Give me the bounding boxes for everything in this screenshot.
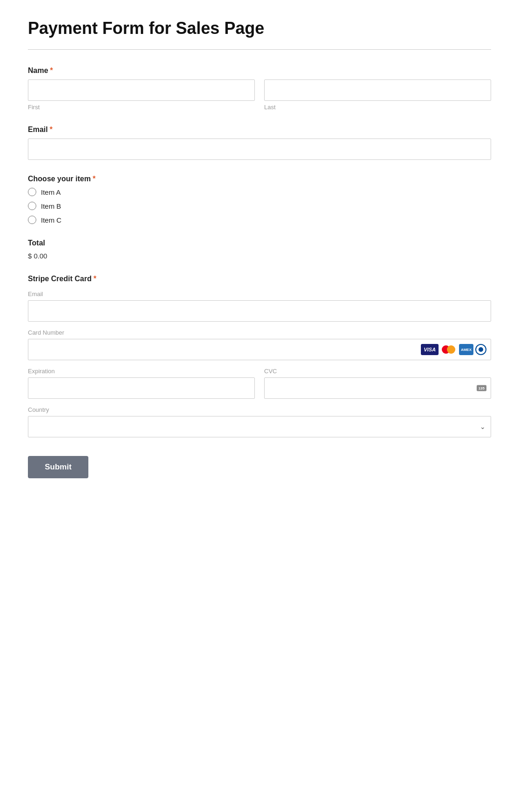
stripe-section: Stripe Credit Card * Email Card Number V… — [28, 275, 491, 437]
radio-item-a[interactable]: Item A — [28, 188, 491, 196]
first-name-group: First — [28, 79, 255, 111]
name-section: Name * First Last — [28, 66, 491, 111]
last-name-group: Last — [264, 79, 491, 111]
card-number-group: Card Number VISA AMEX — [28, 329, 491, 360]
radio-input-a[interactable] — [28, 188, 36, 196]
radio-label-a: Item A — [41, 188, 61, 196]
stripe-label: Stripe Credit Card * — [28, 275, 491, 283]
name-label: Name * — [28, 66, 491, 75]
cvc-sublabel: CVC — [264, 368, 491, 375]
radio-label-c: Item C — [41, 216, 61, 224]
radio-item-b[interactable]: Item B — [28, 202, 491, 210]
cvc-card-icon: 135 — [477, 385, 486, 391]
stripe-required-star: * — [93, 275, 96, 283]
radio-input-b[interactable] — [28, 202, 36, 210]
last-name-sublabel: Last — [264, 104, 491, 111]
choose-item-label: Choose your item * — [28, 175, 491, 183]
email-section: Email * — [28, 125, 491, 160]
stripe-email-group: Email — [28, 290, 491, 329]
exp-cvc-row: Expiration CVC 135 — [28, 368, 491, 399]
radio-label-b: Item B — [41, 202, 61, 210]
email-input[interactable] — [28, 139, 491, 160]
submit-button[interactable]: Submit — [28, 456, 88, 478]
radio-input-c[interactable] — [28, 216, 36, 224]
card-number-wrapper: VISA AMEX — [28, 339, 491, 360]
country-sublabel: Country — [28, 406, 491, 413]
total-label: Total — [28, 239, 491, 247]
radio-item-c[interactable]: Item C — [28, 216, 491, 224]
name-required-star: * — [50, 66, 53, 75]
amex-icon: AMEX — [459, 344, 473, 355]
country-select[interactable]: United States Canada United Kingdom Aust… — [28, 416, 491, 437]
submit-section: Submit — [28, 456, 491, 478]
radio-group: Item A Item B Item C — [28, 188, 491, 224]
first-name-sublabel: First — [28, 104, 255, 111]
country-group: Country United States Canada United King… — [28, 406, 491, 437]
country-wrapper: United States Canada United Kingdom Aust… — [28, 416, 491, 437]
page-title: Payment Form for Sales Page — [28, 19, 491, 38]
email-label: Email * — [28, 125, 491, 134]
stripe-email-sublabel: Email — [28, 290, 491, 297]
total-section: Total $ 0.00 — [28, 239, 491, 260]
diners-icon — [475, 344, 486, 355]
section-divider — [28, 49, 491, 50]
visa-icon: VISA — [421, 344, 439, 355]
expiration-group: Expiration — [28, 368, 255, 399]
cvc-wrapper: 135 — [264, 377, 491, 399]
last-name-input[interactable] — [264, 79, 491, 101]
stripe-email-input[interactable] — [28, 300, 491, 322]
expiration-input[interactable] — [28, 377, 255, 399]
first-name-input[interactable] — [28, 79, 255, 101]
name-row: First Last — [28, 79, 491, 111]
card-number-sublabel: Card Number — [28, 329, 491, 336]
choose-item-section: Choose your item * Item A Item B Item C — [28, 175, 491, 224]
mastercard-icon — [440, 344, 457, 355]
email-required-star: * — [50, 125, 53, 134]
cvc-input[interactable] — [264, 377, 491, 399]
choose-item-required-star: * — [93, 175, 95, 183]
card-icons: VISA AMEX — [421, 344, 486, 355]
cvc-group: CVC 135 — [264, 368, 491, 399]
total-amount: $ 0.00 — [28, 252, 491, 260]
expiration-sublabel: Expiration — [28, 368, 255, 375]
